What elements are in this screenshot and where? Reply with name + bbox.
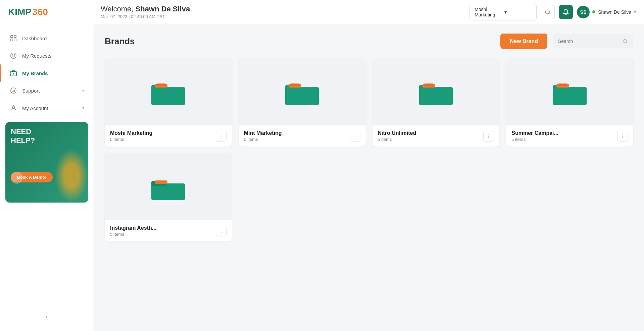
brand-more-button-nitro[interactable]: ⋮ — [483, 131, 494, 142]
folder-icon-instagram — [150, 172, 187, 202]
promo-arrow-icon: → — [11, 172, 23, 184]
folder-icon-summer — [551, 77, 588, 107]
svg-rect-3 — [14, 36, 16, 38]
top-header: KIMP360 Welcome, Shawn De Silva Mar. 07,… — [0, 0, 644, 24]
brand-items-moshi: 5 items — [110, 137, 152, 142]
search-icon — [545, 9, 551, 15]
brand-card-bottom-mint: Mint Marketing 5 items ⋮ — [239, 125, 366, 147]
sidebar-label-dashboard: Dashboard — [22, 36, 47, 41]
brand-card-moshi-marketing[interactable]: Moshi Marketing 5 items ⋮ — [105, 58, 232, 147]
sidebar-label-my-brands: My Brands — [22, 70, 48, 76]
brand-name-nitro: Nitro Unlimited — [378, 130, 416, 136]
logo-360: 360 — [32, 7, 48, 17]
main-content: Brands New Brand — [94, 24, 644, 331]
brand-info-instagram: Instagram Aesth... 5 items — [110, 225, 156, 237]
online-status-dot — [592, 10, 595, 13]
svg-text:24: 24 — [11, 54, 15, 58]
support-icon: 24 — [9, 87, 17, 95]
svg-rect-31 — [558, 84, 567, 86]
logo: KIMP360 — [8, 7, 95, 17]
sidebar-label-my-requests: My Requests — [22, 53, 52, 59]
brand-selector[interactable]: Moshi Marketing ▾ — [469, 4, 537, 20]
brand-card-mint-marketing[interactable]: Mint Marketing 5 items ⋮ — [239, 58, 366, 147]
brand-selector-chevron: ▾ — [504, 9, 532, 15]
brand-card-top-instagram — [105, 153, 232, 220]
my-brands-icon — [9, 69, 17, 77]
promo-hero-character — [55, 149, 88, 203]
brand-card-summer-campaign[interactable]: Summer Campai... 5 items ⋮ — [506, 58, 633, 147]
avatar: SS — [577, 6, 590, 18]
folder-icon-moshi — [150, 77, 187, 107]
support-expand-icon: ▾ — [82, 88, 84, 93]
svg-rect-34 — [155, 180, 167, 184]
svg-rect-5 — [14, 39, 16, 41]
page-title: Brands — [105, 36, 135, 47]
brand-card-bottom-moshi: Moshi Marketing 5 items ⋮ — [105, 125, 232, 147]
search-box-icon — [623, 38, 628, 44]
svg-rect-2 — [11, 36, 13, 38]
header-user-name: Shawn De Silva — [598, 9, 631, 15]
header-actions: New Brand — [500, 34, 633, 49]
brand-card-top-nitro — [373, 58, 500, 125]
sidebar-item-support[interactable]: 24 Support ▾ — [0, 82, 94, 99]
svg-point-13 — [12, 106, 14, 108]
brand-more-button-summer[interactable]: ⋮ — [617, 131, 628, 142]
my-account-expand-icon: ▾ — [82, 106, 84, 110]
brand-info-moshi: Moshi Marketing 5 items — [110, 130, 152, 142]
brand-name-mint: Mint Marketing — [244, 130, 282, 136]
greeting-text: Welcome, Shawn De Silva — [101, 5, 464, 13]
svg-rect-23 — [290, 84, 300, 86]
brand-more-button-mint[interactable]: ⋮ — [350, 131, 360, 142]
promo-banner[interactable]: NEEDHELP? → Book A Demo! — [5, 122, 88, 203]
sidebar-item-my-account[interactable]: My Account ▾ — [0, 99, 94, 117]
main-layout: Dashboard 24 My Requests My Brands — [0, 24, 644, 331]
user-chevron-icon: ▾ — [634, 10, 636, 14]
brand-items-nitro: 5 items — [378, 137, 416, 142]
brand-more-button-moshi[interactable]: ⋮ — [216, 131, 227, 142]
brand-name-moshi: Moshi Marketing — [110, 130, 152, 136]
svg-rect-4 — [11, 39, 13, 41]
svg-text:24: 24 — [12, 89, 15, 93]
brand-items-summer: 5 items — [511, 137, 558, 142]
page-header: Brands New Brand — [105, 34, 633, 49]
dashboard-icon — [9, 34, 17, 42]
sidebar-item-dashboard[interactable]: Dashboard — [0, 30, 94, 47]
brand-name-instagram: Instagram Aesth... — [110, 225, 156, 231]
brand-info-mint: Mint Marketing 5 items — [244, 130, 282, 142]
sidebar: Dashboard 24 My Requests My Brands — [0, 24, 94, 331]
search-input[interactable] — [558, 39, 619, 44]
header-search-button[interactable] — [541, 5, 555, 19]
brand-info-nitro: Nitro Unlimited 5 items — [378, 130, 416, 142]
brand-items-mint: 5 items — [244, 137, 282, 142]
brand-card-top-summer — [506, 58, 633, 125]
brands-grid: Moshi Marketing 5 items ⋮ — [105, 58, 633, 241]
folder-icon-nitro — [417, 77, 454, 107]
sidebar-collapse-button[interactable]: ‹ — [0, 308, 94, 326]
sidebar-item-my-requests[interactable]: 24 My Requests — [0, 47, 94, 64]
my-requests-icon: 24 — [9, 52, 17, 60]
brand-card-top-mint — [239, 58, 366, 125]
brand-card-top-moshi — [105, 58, 232, 125]
brand-card-instagram[interactable]: Instagram Aesth... 5 items ⋮ — [105, 153, 232, 241]
promo-title: NEEDHELP? — [11, 127, 83, 145]
new-brand-button[interactable]: New Brand — [500, 34, 547, 49]
my-account-icon — [9, 104, 17, 112]
sidebar-item-my-brands[interactable]: My Brands — [0, 64, 94, 82]
brand-card-nitro-unlimited[interactable]: Nitro Unlimited 5 items ⋮ — [373, 58, 500, 147]
selected-brand-label: Moshi Marketing — [475, 7, 502, 17]
search-box[interactable] — [553, 34, 633, 48]
svg-line-15 — [626, 42, 627, 43]
sidebar-label-my-account: My Account — [22, 105, 48, 111]
logo-kimp: KIMP — [8, 7, 32, 17]
svg-rect-27 — [424, 84, 434, 86]
svg-line-1 — [549, 13, 550, 14]
bell-icon — [562, 9, 569, 15]
brand-more-button-instagram[interactable]: ⋮ — [216, 226, 227, 236]
user-name-bold: Shawn De Silva — [136, 5, 190, 13]
welcome-area: Welcome, Shawn De Silva Mar. 07, 2023 | … — [101, 5, 464, 19]
brand-items-instagram: 5 items — [110, 232, 156, 237]
header-right: Moshi Marketing ▾ SS Shawn De Silva ▾ — [469, 4, 636, 20]
user-area[interactable]: SS Shawn De Silva ▾ — [577, 6, 636, 18]
brand-name-summer: Summer Campai... — [511, 130, 558, 136]
notification-button[interactable] — [559, 5, 573, 19]
